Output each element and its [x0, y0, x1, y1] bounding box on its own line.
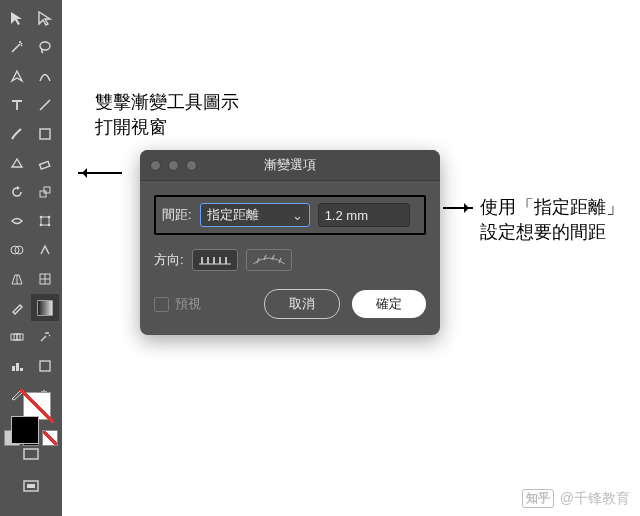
- spacing-row: 間距: 指定距離 ⌄ 1.2 mm: [154, 195, 426, 235]
- cancel-button[interactable]: 取消: [264, 289, 340, 319]
- tool-eraser[interactable]: [31, 149, 59, 176]
- annotation-text: 雙擊漸變工具圖示: [95, 90, 239, 115]
- orientation-align-path-button[interactable]: [246, 249, 292, 271]
- dialog-titlebar[interactable]: 漸變選項: [140, 150, 440, 181]
- svg-rect-2: [40, 161, 50, 169]
- annotation-text: 使用「指定距離」: [480, 195, 624, 220]
- annotation-text: 設定想要的間距: [480, 220, 624, 245]
- spacing-label: 間距:: [162, 206, 192, 224]
- tool-scale[interactable]: [31, 178, 59, 205]
- ok-label: 確定: [376, 295, 402, 313]
- fill-stroke-swatches[interactable]: [11, 416, 51, 420]
- svg-rect-18: [12, 366, 15, 371]
- minimize-icon[interactable]: [168, 160, 179, 171]
- tool-column-graph[interactable]: [3, 352, 31, 379]
- tool-blob-brush[interactable]: [31, 120, 59, 147]
- svg-rect-20: [20, 368, 23, 371]
- tool-eyedropper[interactable]: [3, 294, 31, 321]
- tool-gradient[interactable]: [31, 294, 59, 321]
- svg-rect-1: [40, 129, 50, 139]
- tool-shaper[interactable]: [3, 149, 31, 176]
- tool-magic-wand[interactable]: [3, 33, 31, 60]
- svg-point-8: [40, 223, 43, 226]
- orientation-align-page-button[interactable]: [192, 249, 238, 271]
- color-mode-none[interactable]: [42, 430, 58, 446]
- svg-rect-19: [16, 363, 19, 371]
- screen-mode-icon[interactable]: [22, 446, 40, 468]
- watermark-author: @千锋教育: [560, 490, 630, 508]
- svg-rect-3: [40, 191, 46, 197]
- tool-pen[interactable]: [3, 62, 31, 89]
- orientation-row: 方向:: [154, 249, 426, 271]
- tool-type[interactable]: [3, 91, 31, 118]
- tool-artboard[interactable]: [31, 352, 59, 379]
- zoom-icon[interactable]: [186, 160, 197, 171]
- close-icon[interactable]: [150, 160, 161, 171]
- annotation-text: 打開視窗: [95, 115, 239, 140]
- spacing-mode-select[interactable]: 指定距離 ⌄: [200, 203, 310, 227]
- illustrator-toolbox: [0, 0, 62, 516]
- cancel-label: 取消: [289, 295, 315, 313]
- svg-rect-22: [24, 449, 38, 459]
- chevron-down-icon: ⌄: [292, 208, 303, 223]
- ok-button[interactable]: 確定: [352, 290, 426, 318]
- fill-swatch[interactable]: [11, 416, 39, 444]
- dialog-body: 間距: 指定距離 ⌄ 1.2 mm 方向: 預視 取消: [140, 181, 440, 335]
- spacing-value-text: 1.2 mm: [325, 208, 368, 223]
- tool-free-transform[interactable]: [31, 207, 59, 234]
- svg-rect-14: [38, 301, 52, 315]
- tool-line-segment[interactable]: [31, 91, 59, 118]
- svg-rect-24: [27, 484, 35, 488]
- svg-point-7: [48, 215, 51, 218]
- svg-rect-5: [41, 217, 49, 225]
- preview-checkbox[interactable]: 預視: [154, 295, 201, 313]
- tool-selection[interactable]: [3, 4, 31, 31]
- tool-shape-builder[interactable]: [3, 236, 31, 263]
- dialog-title: 漸變選項: [264, 156, 316, 174]
- arrow-right-icon: [443, 207, 473, 209]
- svg-rect-21: [40, 361, 50, 371]
- watermark-brand: 知乎: [522, 489, 554, 508]
- tool-symbol-sprayer[interactable]: [31, 323, 59, 350]
- tool-width[interactable]: [3, 207, 31, 234]
- spacing-mode-value: 指定距離: [207, 206, 259, 224]
- spacing-value-field[interactable]: 1.2 mm: [318, 203, 410, 227]
- tool-perspective[interactable]: [3, 265, 31, 292]
- tool-curvature-pen[interactable]: [31, 62, 59, 89]
- watermark: 知乎 @千锋教育: [522, 489, 630, 508]
- svg-point-6: [40, 215, 43, 218]
- dialog-buttons: 預視 取消 確定: [154, 289, 426, 319]
- tool-rotate[interactable]: [3, 178, 31, 205]
- tool-blend[interactable]: [3, 323, 31, 350]
- orientation-label: 方向:: [154, 251, 184, 269]
- svg-point-0: [40, 42, 50, 50]
- change-screen-icon[interactable]: [22, 478, 40, 500]
- tool-lasso[interactable]: [31, 33, 59, 60]
- window-controls: [150, 160, 197, 171]
- tool-mesh[interactable]: [31, 265, 59, 292]
- blend-options-dialog: 漸變選項 間距: 指定距離 ⌄ 1.2 mm 方向: 預視: [140, 150, 440, 335]
- annotation-double-click: 雙擊漸變工具圖示 打開視窗: [95, 90, 239, 140]
- tool-paintbrush[interactable]: [3, 120, 31, 147]
- checkbox-icon: [154, 297, 169, 312]
- preview-label: 預視: [175, 295, 201, 313]
- tool-direct-selection[interactable]: [31, 4, 59, 31]
- arrow-left-icon: [78, 172, 122, 174]
- annotation-use-distance: 使用「指定距離」 設定想要的間距: [480, 195, 624, 245]
- svg-point-9: [48, 223, 51, 226]
- tool-live-paint[interactable]: [31, 236, 59, 263]
- svg-rect-4: [44, 187, 50, 193]
